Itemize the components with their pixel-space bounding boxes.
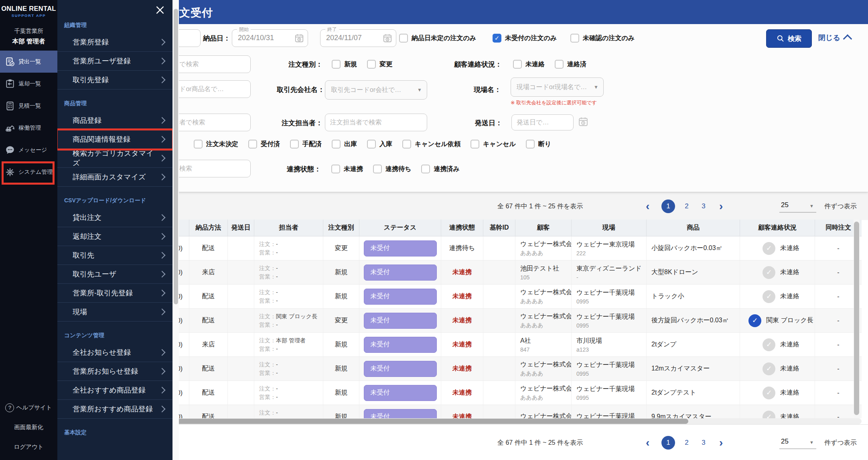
drawer-item-sales-office-registration[interactable]: 営業所登録 [57, 33, 172, 52]
filter-link-done[interactable]: 連携済み [421, 165, 459, 173]
drawer-item-search-category-customize[interactable]: 検索カテゴリカスタマイズ [57, 149, 172, 168]
delivery-date-end-input[interactable]: 終了 2024/11/07 [320, 29, 396, 47]
filter-no-delivery-date[interactable]: 納品日未定の注文のみ [399, 34, 476, 43]
next-page-button[interactable]: › [719, 201, 723, 212]
checkbox[interactable] [332, 140, 341, 149]
filter-order-type-new[interactable]: 新規 [332, 60, 357, 69]
table-row[interactable]: 00) 来店 注文：- 営業：- 新規 未受付 未連携 池田テスト社105 東京… [152, 261, 862, 285]
drawer-item-partner-registration[interactable]: 取引先登録 [57, 71, 172, 90]
sidebar-item-return-list[interactable]: 返却一覧 [0, 73, 57, 95]
filter-status-received[interactable]: 入庫 [367, 140, 392, 149]
checkbox[interactable] [290, 140, 299, 149]
checkbox[interactable] [555, 60, 564, 69]
status-pill[interactable]: 未受付 [364, 409, 437, 419]
drawer-item-office-partner-registration-csv[interactable]: 営業所-取引先登録 [57, 284, 172, 303]
drawer-scrollbar-thumb[interactable] [174, 9, 178, 304]
filter-status-shipped[interactable]: 出庫 [332, 140, 357, 149]
filter-link-waiting[interactable]: 連携待ち [373, 165, 411, 173]
checkbox[interactable] [421, 165, 430, 173]
page-size-select[interactable]: 25 ▼ [779, 200, 816, 212]
horizontal-scrollbar[interactable] [152, 418, 862, 424]
page-number-1[interactable]: 1 [661, 436, 675, 450]
next-page-button[interactable]: › [719, 437, 723, 448]
checkbox[interactable] [332, 60, 341, 69]
page-number-3[interactable]: 3 [697, 199, 710, 213]
filter-order-type-change[interactable]: 変更 [367, 60, 392, 69]
page-number-1[interactable]: 1 [661, 199, 675, 213]
filter-status-undecided[interactable]: 注文未決定 [194, 140, 238, 149]
logout-link[interactable]: ログアウト [0, 437, 57, 457]
delivery-date-start-input[interactable]: 開始 2024/10/31 [232, 29, 308, 47]
table-row[interactable]: 00) 来店 注文：本部 管理者 営業：- 新規 未受付 未連携 A社847 市… [152, 333, 862, 357]
checkbox[interactable] [194, 140, 203, 149]
checkbox[interactable] [367, 60, 376, 69]
checkbox[interactable] [373, 165, 382, 173]
drawer-item-partner-users-csv[interactable]: 取引先ユーザ [57, 265, 172, 284]
prev-page-button[interactable]: ‹ [646, 201, 649, 212]
drawer-item-partners-csv[interactable]: 取引先 [57, 246, 172, 265]
drawer-item-detail-screen-customize[interactable]: 詳細画面カスタマイズ [57, 168, 172, 187]
screen-refresh-link[interactable]: 画面最新化 [0, 417, 57, 437]
filter-contact-none[interactable]: 未連絡 [513, 60, 545, 69]
checkbox[interactable] [513, 60, 522, 69]
page-number-2[interactable]: 2 [680, 199, 694, 213]
drawer-item-company-news-registration[interactable]: 全社お知らせ登録 [57, 343, 172, 362]
drawer-item-return-orders-csv[interactable]: 返却注文 [57, 227, 172, 246]
drawer-item-office-news-registration[interactable]: 営業所お知らせ登録 [57, 362, 172, 381]
table-row[interactable]: 00) 配送 注文：- 営業：- 新規 未受付 未連携 ウェビナー株式会社あああ… [152, 357, 862, 381]
checkbox[interactable] [570, 34, 579, 43]
partner-company-select[interactable]: 取引先コードor会社で… ▼ [325, 80, 427, 100]
sidebar-item-messages[interactable]: メッセージ [0, 139, 57, 161]
status-pill[interactable]: 未受付 [364, 361, 437, 377]
order-rep-input[interactable] [325, 114, 427, 131]
filter-link-none[interactable]: 未連携 [331, 165, 363, 173]
checkbox[interactable] [526, 140, 535, 149]
filter-contact-done[interactable]: 連絡済 [555, 60, 586, 69]
checkbox[interactable] [399, 34, 408, 43]
checkbox[interactable] [248, 140, 257, 149]
checkbox[interactable] [331, 165, 340, 173]
calendar-icon[interactable] [578, 116, 589, 129]
filter-unconfirmed-only[interactable]: 未確認の注文のみ [570, 34, 635, 43]
close-icon[interactable] [153, 3, 167, 17]
drawer-item-company-recommended-products[interactable]: 全社おすすめ商品登録 [57, 381, 172, 400]
status-pill[interactable]: 未受付 [364, 385, 437, 401]
drawer-scrollbar[interactable] [172, 0, 179, 460]
checkbox[interactable] [367, 140, 376, 149]
filter-status-declined[interactable]: 断り [526, 140, 551, 149]
checkbox-checked[interactable]: ✓ [493, 34, 501, 43]
help-site-link[interactable]: ? ヘルプサイト [0, 398, 57, 417]
status-pill[interactable]: 未受付 [364, 265, 437, 281]
status-pill[interactable]: 未受付 [364, 289, 437, 305]
drawer-item-product-related-info-registration[interactable]: 商品関連情報登録 [57, 130, 172, 149]
sidebar-item-operation-management[interactable]: 稼働管理 [0, 117, 57, 139]
horizontal-scrollbar-thumb[interactable] [152, 419, 688, 424]
drawer-item-sales-office-user-registration[interactable]: 営業所ユーザ登録 [57, 52, 172, 71]
status-pill[interactable]: 未受付 [364, 337, 437, 353]
checkbox[interactable] [471, 140, 479, 149]
drawer-item-office-recommended-products[interactable]: 営業所おすすめ商品登録 [57, 400, 172, 419]
drawer-item-rental-orders-csv[interactable]: 貸出注文 [57, 208, 172, 227]
page-number-3[interactable]: 3 [697, 436, 710, 450]
filter-unaccepted-only[interactable]: ✓未受付の注文のみ [493, 34, 557, 43]
drawer-item-product-registration[interactable]: 商品登録 [57, 111, 172, 130]
sidebar-item-rental-list[interactable]: 貸出一覧 [0, 51, 57, 73]
close-filter-link[interactable]: 閉じる [818, 33, 851, 43]
table-row[interactable]: 00) 配送 注文：- 営業：- 新規 未受付 未連携 ウェビナー株式会社あああ… [152, 381, 862, 405]
page-number-2[interactable]: 2 [680, 436, 694, 450]
calendar-icon[interactable] [294, 33, 304, 45]
table-row[interactable]: 00) 配送 注文：関東 ブロック長 営業：- 変更 未受付 未連携 ウェビナー… [152, 309, 862, 333]
calendar-icon[interactable] [382, 33, 393, 45]
vertical-scrollbar[interactable] [854, 220, 860, 418]
vertical-scrollbar-thumb[interactable] [854, 222, 859, 415]
filter-status-cancel-request[interactable]: キャンセル依頼 [402, 140, 460, 149]
checkbox[interactable] [402, 140, 411, 149]
status-pill[interactable]: 未受付 [364, 240, 437, 256]
table-row[interactable]: 00) 配送 注文：- 営業：- 新規 未受付 未連携 ウェビナー株式会社あああ… [152, 285, 862, 309]
table-row[interactable]: 00) 配送 注文：- 営業： 新規 未受付 未連携 ウェビナー株式会社 ウェビ… [152, 405, 862, 418]
search-button[interactable]: 検索 [766, 29, 812, 48]
filter-status-arranged[interactable]: 手配済 [290, 140, 322, 149]
status-pill[interactable]: 未受付 [364, 313, 437, 329]
filter-status-cancel[interactable]: キャンセル [471, 140, 516, 149]
filter-status-accepted[interactable]: 受付済 [248, 140, 280, 149]
